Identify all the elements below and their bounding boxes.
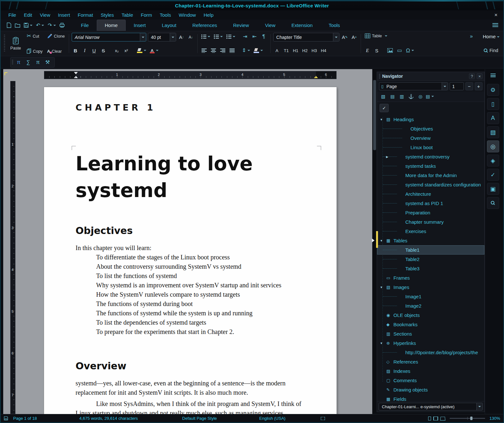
align-center-button[interactable] [210, 47, 217, 54]
special-character-button[interactable]: Ω [405, 47, 415, 54]
font-name-combo[interactable]: Arial Narrow [72, 33, 146, 41]
menu-item[interactable]: Insert [54, 11, 74, 19]
zoom-slider-knob[interactable] [470, 417, 473, 420]
chevron-down-icon[interactable] [476, 403, 482, 410]
expander-icon[interactable] [380, 236, 385, 245]
menu-item[interactable]: Window [175, 11, 200, 19]
word-count-status[interactable]: 4,675 words, 29,614 characters [79, 416, 138, 421]
insert-table-button[interactable]: Table [364, 33, 389, 39]
clone-formatting-button[interactable]: Clone [46, 33, 66, 39]
emphasis-style-button[interactable]: E [364, 47, 371, 54]
expander-icon[interactable] [380, 320, 385, 329]
line-spacing-button[interactable]: ⇕ [241, 47, 251, 54]
expander-icon[interactable] [386, 264, 391, 273]
decrease-indent-button[interactable]: ⇤ [251, 33, 258, 40]
style-shortcut-button[interactable]: H4 [320, 47, 328, 54]
expander-icon[interactable] [386, 217, 391, 227]
expander-icon[interactable] [380, 385, 385, 394]
panel-grip[interactable] [379, 74, 380, 79]
tree-item[interactable]: More data for the Admin [377, 171, 484, 180]
gallery-deck-icon[interactable]: ▧ [487, 126, 499, 138]
style-shortcut-button[interactable]: H3 [310, 47, 318, 54]
paragraph-style-combo[interactable]: Chapter Title [273, 33, 339, 41]
drag-mode-icon[interactable]: ▤ [426, 93, 434, 100]
expander-icon[interactable] [386, 348, 391, 357]
page-style-status[interactable]: Default Page Style [182, 416, 217, 421]
tree-item[interactable]: Table3 [377, 264, 484, 273]
tree-item[interactable]: ▭ Frames [377, 273, 484, 283]
expander-icon[interactable] [386, 152, 391, 161]
bullet-list-button[interactable] [200, 33, 211, 40]
footer-icon[interactable]: ▥ [398, 93, 406, 100]
page-count-status[interactable]: Page 1 of 18 [13, 416, 37, 421]
left-indent-marker[interactable] [74, 74, 78, 78]
paste-button[interactable]: Paste [8, 33, 23, 54]
italic-button[interactable]: I [81, 47, 89, 54]
redo-icon[interactable]: ↷ [46, 21, 57, 29]
font-color-button[interactable]: A [149, 47, 159, 54]
properties-deck-icon[interactable]: ⚙ [487, 84, 499, 96]
insert-image-button[interactable] [386, 47, 394, 54]
ribbon-tab[interactable]: Insert [126, 20, 154, 31]
tree-item[interactable]: Objectives [377, 124, 484, 133]
expander-icon[interactable] [386, 171, 391, 180]
page-number-input[interactable] [450, 82, 464, 90]
language-status[interactable]: English (USA) [259, 416, 286, 421]
vertical-scrollbar[interactable] [372, 69, 377, 414]
expander-icon[interactable] [380, 124, 385, 133]
menu-item[interactable]: View [36, 11, 54, 19]
close-panel-icon[interactable]: × [477, 73, 482, 79]
grow-font-button[interactable]: A↑ [178, 33, 185, 41]
navigator-header[interactable]: Navigator ? × [377, 72, 484, 81]
tree-item[interactable]: systemd tasks [377, 161, 484, 171]
find-deck-icon[interactable] [487, 197, 499, 209]
style-shortcut-button[interactable]: H1 [292, 47, 300, 54]
superscript-button[interactable]: x² [122, 47, 130, 54]
tree-item[interactable]: Preparation [377, 208, 484, 217]
menu-item[interactable]: Tools [156, 11, 175, 19]
tree-item[interactable]: ▤ Headings [377, 115, 484, 124]
expander-icon[interactable] [386, 199, 391, 208]
print-icon[interactable] [58, 22, 66, 29]
expander-icon[interactable] [386, 292, 391, 301]
expander-icon[interactable] [386, 255, 391, 264]
expander-icon[interactable] [380, 310, 385, 320]
tree-item[interactable]: ✎ Drawing objects [377, 385, 484, 394]
ribbon-tab[interactable]: Layout [154, 20, 184, 31]
style-inspector-deck-icon[interactable]: ◈ [487, 155, 499, 166]
expander-icon[interactable] [380, 133, 385, 143]
expander-icon[interactable] [380, 143, 385, 152]
tree-item[interactable]: Table2 [377, 255, 484, 264]
tree-item[interactable]: ◉ OLE objects [377, 310, 484, 320]
new-document-icon[interactable] [5, 22, 13, 29]
expander-icon[interactable] [380, 283, 385, 292]
numbered-list-button[interactable] [213, 33, 224, 40]
toolbar-overflow-icon[interactable]: » [470, 33, 473, 39]
tree-item[interactable]: ▦ Tables [377, 236, 484, 245]
menu-item[interactable]: Edit [20, 11, 36, 19]
expander-icon[interactable] [380, 273, 385, 283]
find-button[interactable]: Find [482, 47, 500, 54]
horizontal-ruler[interactable]: 123456 [44, 71, 337, 79]
selection-mode-icon[interactable] [321, 417, 325, 420]
shrink-font-button[interactable]: A↓ [187, 33, 195, 41]
ribbon-tab[interactable]: Review [225, 20, 257, 31]
tree-item[interactable]: Image2 [377, 301, 484, 310]
background-color-button[interactable] [253, 47, 264, 54]
align-right-button[interactable] [219, 47, 227, 54]
anchor-icon[interactable]: ⚓ [407, 93, 415, 100]
outline-list-button[interactable] [225, 33, 236, 40]
vertical-ruler[interactable]: 1234567 [10, 81, 15, 414]
tree-item[interactable]: systemd controversy [377, 152, 484, 161]
subscript-button[interactable]: x₂ [113, 47, 121, 54]
undo-icon[interactable]: ↶ [35, 21, 45, 29]
tree-item[interactable]: ▢ Comments [377, 376, 484, 385]
expander-icon[interactable] [386, 245, 391, 255]
reminder-icon[interactable]: ◎ [416, 93, 425, 100]
single-page-view-icon[interactable] [428, 417, 431, 420]
sidebar-settings-icon[interactable] [491, 74, 496, 77]
formula-text-icon[interactable]: ∑ [24, 59, 32, 66]
page-deck-icon[interactable]: ▯ [487, 98, 499, 110]
open-file-icon[interactable] [14, 22, 22, 29]
tree-item[interactable]: systemd as PID 1 [377, 199, 484, 208]
